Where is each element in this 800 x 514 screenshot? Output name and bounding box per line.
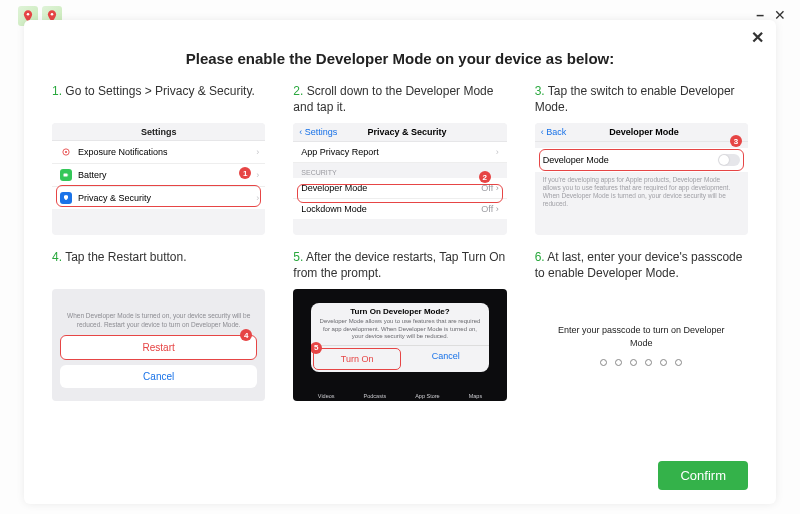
step-caption: 1. Go to Settings > Privacy & Security. [52, 83, 265, 117]
step-5: 5. After the device restarts, Tap Turn O… [293, 249, 506, 401]
chevron-right-icon: › [256, 147, 259, 157]
chevron-right-icon: › [256, 170, 259, 180]
svg-rect-4 [64, 174, 68, 177]
list-item: Battery › 1 [52, 164, 265, 187]
screenshot-turn-on: Turn On Developer Mode? Developer Mode a… [293, 289, 506, 401]
step-caption: 2. Scroll down to the Developer Mode and… [293, 83, 506, 117]
battery-icon [60, 169, 72, 181]
toggle-switch [718, 154, 740, 166]
step-badge: 1 [239, 167, 251, 179]
screenshot-privacy: ‹ Settings Privacy & Security App Privac… [293, 123, 506, 235]
section-header: SECURITY [293, 163, 506, 178]
step-caption: 6. At last, enter your device's passcode… [535, 249, 748, 283]
modal-title: Please enable the Developer Mode on your… [52, 50, 748, 67]
list-item: Privacy & Security › [52, 187, 265, 209]
chevron-right-icon: › [496, 147, 499, 157]
svg-point-1 [51, 13, 54, 16]
list-item: Lockdown Mode Off › [293, 199, 506, 219]
cancel-button: Cancel [60, 365, 257, 388]
passcode-prompt: Enter your passcode to turn on Developer… [535, 324, 748, 348]
list-item: Developer Mode [535, 148, 748, 172]
list-item: Developer Mode Off › 2 [293, 178, 506, 199]
step-2: 2. Scroll down to the Developer Mode and… [293, 83, 506, 235]
list-item: Exposure Notifications › [52, 141, 265, 164]
screenshot-developer-mode: ‹ Back Developer Mode 3 Developer Mode I… [535, 123, 748, 235]
close-modal-button[interactable]: ✕ [751, 28, 764, 47]
screenshot-restart: When Developer Mode is turned on, your d… [52, 289, 265, 401]
step-badge: 4 [240, 329, 252, 341]
screenshot-passcode: Enter your passcode to turn on Developer… [535, 289, 748, 401]
chevron-right-icon: › [256, 193, 259, 203]
privacy-icon [60, 192, 72, 204]
list-item: App Privacy Report › [293, 142, 506, 163]
step-caption: 5. After the device restarts, Tap Turn O… [293, 249, 506, 283]
step-caption: 4. Tap the Restart button. [52, 249, 265, 283]
cancel-button: Cancel [403, 346, 489, 372]
alert-body: Developer Mode allows you to use feature… [311, 317, 488, 345]
step-badge: 5 [311, 342, 322, 354]
confirm-button[interactable]: Confirm [658, 461, 748, 490]
turn-on-button: Turn On 5 [313, 348, 401, 370]
svg-point-0 [27, 13, 30, 16]
svg-point-3 [65, 151, 67, 153]
alert-message: When Developer Mode is turned on, your d… [60, 312, 257, 335]
step-badge: 2 [479, 171, 491, 183]
exposure-icon [60, 146, 72, 158]
passcode-dots [600, 359, 682, 366]
close-app-button[interactable]: ✕ [774, 8, 786, 22]
svg-rect-5 [68, 175, 69, 176]
step-1: 1. Go to Settings > Privacy & Security. … [52, 83, 265, 235]
footer-note: If you're developing apps for Apple prod… [535, 172, 748, 213]
alert-sheet: Turn On Developer Mode? Developer Mode a… [311, 303, 488, 372]
step-caption: 3. Tap the switch to enable Developer Mo… [535, 83, 748, 117]
settings-header: Settings [52, 123, 265, 141]
step-badge: 3 [730, 135, 742, 147]
step-6: 6. At last, enter your device's passcode… [535, 249, 748, 401]
restart-button: Restart 4 [60, 335, 257, 360]
enable-developer-mode-modal: ✕ Please enable the Developer Mode on yo… [24, 20, 776, 504]
step-3: 3. Tap the switch to enable Developer Mo… [535, 83, 748, 235]
screenshot-settings: Settings Exposure Notifications › Batter… [52, 123, 265, 235]
step-4: 4. Tap the Restart button. When Develope… [52, 249, 265, 401]
dock: Videos Podcasts App Store Maps [293, 393, 506, 399]
alert-title: Turn On Developer Mode? [311, 303, 488, 317]
